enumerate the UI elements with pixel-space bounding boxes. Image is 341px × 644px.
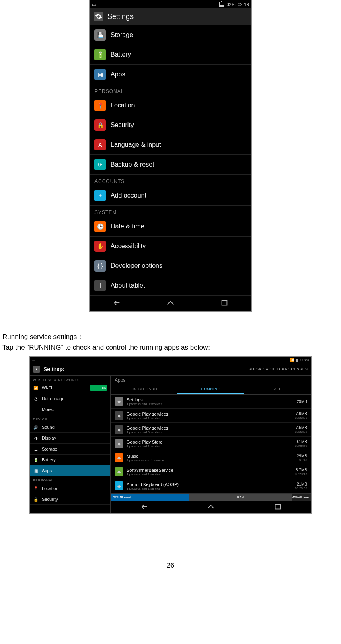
- more-icon: [33, 407, 39, 412]
- app-sub: 1 process and 1 service: [127, 473, 292, 476]
- app-time: 18:23:15: [295, 472, 307, 476]
- app-sub: 1 process and 1 service: [127, 487, 292, 490]
- app-row[interactable]: ◆Google Play services1 process and 1 ser…: [111, 409, 311, 423]
- tab-running[interactable]: RUNNING: [177, 385, 244, 394]
- app-header: Settings SHOW CACHED PROCESSES: [30, 363, 311, 376]
- app-header: Settings: [90, 8, 251, 25]
- body-line1: Running service settings：: [2, 332, 341, 342]
- app-sub: 1 process and 1 service: [127, 444, 292, 448]
- sidebar-item-location[interactable]: 📍 Location: [30, 483, 110, 494]
- settings-row-apps[interactable]: ▦ Apps: [90, 65, 251, 84]
- page-title: Settings: [43, 366, 249, 372]
- row-label: Battery: [111, 51, 131, 58]
- main-panel: Apps ON SD CARD RUNNING ALL ◆Settings1 p…: [111, 376, 311, 513]
- app-time: 18:08:59: [295, 444, 307, 448]
- settings-screenshot: ▭ 32% 02:19 Settings 💾 Storage 🔋 Battery…: [89, 0, 252, 312]
- clock: 11:23: [300, 358, 309, 362]
- app-row[interactable]: ◆Music2 processes and 1 service29MB57:48: [111, 451, 311, 465]
- settings-row-developer[interactable]: { } Developer options: [90, 256, 251, 276]
- app-size: 29MB: [297, 399, 307, 404]
- app-row[interactable]: ◆Google Play Store1 process and 1 servic…: [111, 437, 311, 451]
- app-list: ◆Settings1 process and 0 services29MB◆Go…: [111, 395, 311, 493]
- app-size: 3.7MB: [295, 468, 307, 472]
- security-icon: 🔒: [33, 496, 39, 502]
- main-header: Apps: [111, 376, 311, 385]
- settings-row-backup[interactable]: ⟳ Backup & reset: [90, 155, 251, 175]
- nav-bar: [111, 501, 311, 513]
- recent-button[interactable]: [220, 298, 229, 309]
- settings-list: 💾 Storage 🔋 Battery ▦ Apps PERSONAL 📍 Lo…: [90, 25, 251, 296]
- battery-icon: [219, 2, 224, 7]
- status-bar: ▭ 📶 ▮ 11:23: [30, 357, 311, 363]
- language-icon: A: [94, 139, 106, 150]
- running-apps-screenshot: ▭ 📶 ▮ 11:23 Settings SHOW CACHED PROCESS…: [29, 356, 312, 514]
- settings-row-accessibility[interactable]: ✋ Accessibility: [90, 237, 251, 256]
- settings-row-storage[interactable]: 💾 Storage: [90, 25, 251, 45]
- sidebar-item-battery[interactable]: 🔋 Battery: [30, 455, 110, 465]
- app-name: SoftWinnerBaseService: [127, 468, 292, 473]
- app-sub: 1 process and 3 services: [127, 430, 292, 434]
- app-icon: ◆: [115, 411, 123, 420]
- row-label: About tablet: [111, 282, 145, 289]
- recent-button[interactable]: [273, 502, 282, 512]
- app-icon: ◆: [115, 481, 123, 490]
- settings-row-about[interactable]: i About tablet: [90, 276, 251, 296]
- gear-icon: [94, 12, 103, 21]
- tab-all[interactable]: ALL: [244, 385, 311, 394]
- app-icon: ◆: [115, 453, 123, 462]
- sidebar-label: Location: [42, 486, 59, 491]
- section-personal: PERSONAL: [90, 84, 251, 96]
- settings-row-battery[interactable]: 🔋 Battery: [90, 45, 251, 65]
- row-label: Language & input: [111, 141, 161, 148]
- settings-row-add-account[interactable]: ＋ Add account: [90, 186, 251, 206]
- about-icon: i: [94, 280, 106, 291]
- tab-sdcard[interactable]: ON SD CARD: [111, 385, 177, 394]
- location-icon: 📍: [94, 100, 106, 111]
- row-label: Accessibility: [111, 243, 146, 250]
- sidebar-item-wifi[interactable]: 📶 Wi-Fi ON: [30, 383, 110, 393]
- app-name: Music: [127, 454, 294, 459]
- battery-percent: 32%: [226, 2, 235, 7]
- sidebar-item-data-usage[interactable]: ◔ Data usage: [30, 393, 110, 404]
- settings-row-security[interactable]: 🔒 Security: [90, 115, 251, 135]
- app-row[interactable]: ◆Settings1 process and 0 services29MB: [111, 395, 311, 409]
- page-title: Settings: [107, 12, 134, 21]
- settings-row-location[interactable]: 📍 Location: [90, 96, 251, 115]
- app-size: 29MB: [297, 454, 307, 458]
- sidebar-item-storage[interactable]: ☰ Storage: [30, 444, 110, 455]
- battery-icon: 🔋: [94, 49, 106, 60]
- app-sub: 1 process and 0 services: [127, 402, 294, 406]
- sidebar-item-sound[interactable]: 🔊 Sound: [30, 422, 110, 433]
- row-label: Location: [111, 102, 135, 109]
- battery-icon: 🔋: [33, 457, 39, 463]
- sidebar-item-display[interactable]: ◑ Display: [30, 433, 110, 444]
- sidebar-label: Storage: [42, 446, 58, 451]
- home-button[interactable]: [206, 502, 215, 512]
- status-bar: ▭ 32% 02:19: [90, 0, 251, 8]
- ram-free: 439MB free: [292, 494, 311, 501]
- sidebar-item-more[interactable]: More...: [30, 404, 110, 415]
- app-row[interactable]: ◆SoftWinnerBaseService1 process and 1 se…: [111, 465, 311, 479]
- sidebar-label: Wi-Fi: [42, 385, 52, 390]
- sidebar-item-apps[interactable]: ▦ Apps: [30, 465, 110, 476]
- section-accounts: ACCOUNTS: [90, 175, 251, 186]
- app-row[interactable]: ◆Android Keyboard (AOSP)1 process and 1 …: [111, 479, 311, 493]
- back-button[interactable]: [112, 298, 121, 309]
- app-size: 7.9MB: [295, 412, 307, 416]
- row-label: Add account: [111, 192, 146, 199]
- settings-row-language[interactable]: A Language & input: [90, 135, 251, 155]
- app-row[interactable]: ◆Google Play services1 process and 3 ser…: [111, 423, 311, 437]
- row-label: Developer options: [111, 262, 162, 270]
- wifi-toggle[interactable]: ON: [90, 385, 107, 391]
- app-name: Android Keyboard (AOSP): [127, 482, 292, 487]
- wifi-icon: 📶: [33, 385, 39, 391]
- app-icon: ◆: [115, 425, 123, 434]
- home-button[interactable]: [166, 298, 175, 309]
- show-cached-button[interactable]: SHOW CACHED PROCESSES: [249, 367, 308, 371]
- svg-rect-2: [275, 505, 280, 509]
- back-button[interactable]: [140, 502, 148, 512]
- settings-row-date-time[interactable]: 🕒 Date & time: [90, 217, 251, 237]
- sidebar-label: Security: [42, 497, 58, 502]
- sidebar-item-security[interactable]: 🔒 Security: [30, 494, 110, 505]
- location-icon: 📍: [33, 486, 39, 491]
